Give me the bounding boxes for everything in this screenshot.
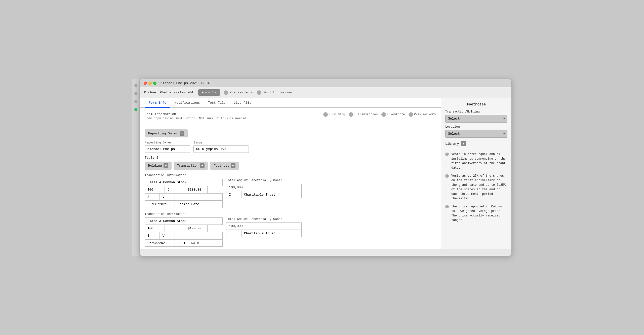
dropdown-arrow-icon: ▼	[215, 91, 217, 94]
transaction-holding-select-wrapper: Select	[445, 115, 507, 123]
transaction-icon	[349, 112, 353, 117]
issuer-field-group: Issuer	[193, 141, 249, 153]
tx2-stock-row: Class A Common Stock	[145, 217, 223, 225]
location-select-wrapper: Select	[445, 130, 507, 138]
tx1-type-cell: V	[160, 193, 175, 201]
footnotes-title: Footnotes	[445, 102, 507, 106]
side-dot-1	[134, 84, 137, 87]
tx1-code-cell: D	[165, 186, 185, 193]
footnote-text-3: The price reported in Column 4 is a weig…	[451, 204, 507, 222]
side-dot-4	[134, 108, 137, 111]
transaction-1-grid: Class A Common Stock 100 D $100.00 S V	[145, 179, 436, 208]
tx1-date-type-cell: Deemed Date	[175, 201, 223, 208]
total-1-label: Total Amount Beneficially Owned	[226, 179, 302, 182]
add-reporting-owner-button[interactable]: +	[180, 131, 184, 136]
total-2-label: Total Amount Beneficially Owned	[226, 217, 302, 221]
toolbar: Michael Phelps 2021-06-04 Form 4 ▼ Previ…	[140, 87, 511, 98]
transaction-1-title: Transaction Information	[145, 174, 436, 177]
transaction-1-right: Total Amount Beneficially Owned 100,000 …	[226, 179, 302, 208]
holding-icon	[323, 112, 328, 117]
total-2-amount-cell: 100,000	[226, 222, 302, 230]
reporting-owner-field-group: Reporting Owner	[145, 141, 190, 153]
right-panel: Footnotes Transaction/Holding Select Loc…	[441, 98, 511, 249]
transaction-2-title: Transaction Information	[145, 212, 436, 216]
add-holding-button[interactable]: + Holding	[323, 112, 345, 117]
reporting-owner-section-header[interactable]: Reporting Owner +	[145, 129, 188, 137]
form-info-title: Form Information	[145, 112, 248, 116]
send-for-review-button[interactable]: Send for Review	[257, 90, 292, 95]
add-footnote-button[interactable]: + Footnote	[381, 112, 405, 117]
add-transaction-table-button[interactable]: +	[200, 163, 205, 168]
tx1-details-row: 100 D $100.00	[145, 186, 223, 193]
preview-form-button[interactable]: Preview Form	[224, 90, 253, 95]
reporting-owner-input[interactable]	[145, 145, 190, 153]
transaction-button[interactable]: Transaction +	[174, 162, 208, 170]
tx1-price-cell: $100.00	[185, 186, 208, 193]
tx2-type-cell: V	[160, 232, 175, 239]
tx2-stock-cell: Class A Common Stock	[145, 217, 223, 225]
library-row: Library +	[445, 141, 507, 146]
tx1-action-cell: S	[145, 193, 160, 201]
tx1-shares-cell: 100	[145, 186, 165, 193]
preview-icon	[409, 112, 413, 117]
app-window: Michael Phelps 2021-06-04 Michael Phelps…	[139, 79, 512, 256]
footnote-icon	[381, 112, 386, 117]
tx1-date-row: 06/08/2021 Deemed Date	[145, 201, 223, 208]
preview-form-icon	[224, 90, 228, 95]
tab-form-info[interactable]: Form Info	[145, 98, 170, 108]
total-1-ownership-nature: Charitable Trust	[241, 191, 302, 198]
library-label: Library	[445, 142, 459, 146]
total-2-amount-row: 100,000	[226, 222, 302, 230]
tx2-date-type-cell: Deemed Date	[175, 239, 223, 247]
tx2-action-cell: S	[145, 232, 160, 239]
library-divider	[445, 149, 507, 149]
transaction-block-1: Transaction Information Class A Common S…	[145, 174, 436, 208]
tab-notifications[interactable]: Notifications	[170, 98, 204, 108]
issuer-label: Issuer	[193, 141, 249, 144]
main-layout: Form Info Notifications Test File Live F…	[140, 98, 511, 249]
preview-form-step-button[interactable]: Preview Form	[409, 112, 436, 117]
transaction-holding-select[interactable]: Select	[445, 115, 507, 123]
tx2-action-row: S V	[145, 232, 223, 239]
footnote-text-1: Vests in three equal annual installments…	[451, 152, 507, 170]
total-1-ownership-code: I	[226, 191, 241, 198]
issuer-input[interactable]	[193, 145, 249, 153]
footnote-button[interactable]: Footnote +	[210, 162, 239, 170]
form-type-dropdown[interactable]: Form 4 ▼	[198, 89, 220, 96]
holding-button[interactable]: Holding +	[145, 162, 172, 170]
maximize-button[interactable]	[153, 82, 156, 85]
location-select[interactable]: Select	[445, 130, 507, 138]
close-button[interactable]	[144, 82, 147, 85]
add-library-button[interactable]: +	[461, 141, 466, 146]
tx2-empty-cell	[175, 232, 223, 239]
tx1-action-row: S V	[145, 193, 223, 201]
footnote-item-3: The price reported in Column 4 is a weig…	[445, 204, 507, 222]
content-area: Form Information Body copy giving instru…	[140, 108, 441, 249]
location-label: Location	[445, 125, 507, 129]
transaction-2-grid: Class A Common Stock 100 D $100.00 S V	[145, 217, 436, 247]
tx1-empty-cell	[175, 193, 223, 201]
add-holding-table-button[interactable]: +	[164, 163, 168, 168]
add-transaction-button[interactable]: + Transaction	[349, 112, 378, 117]
toolbar-document-title: Michael Phelps 2021-06-04	[144, 91, 193, 94]
traffic-lights	[144, 82, 156, 85]
side-dot-2	[134, 92, 137, 95]
tx2-details-row: 100 D $100.00	[145, 225, 223, 232]
add-footnote-table-button[interactable]: +	[231, 163, 235, 168]
side-dots-column	[132, 79, 139, 256]
tab-live-file[interactable]: Live File	[230, 98, 255, 108]
transaction-2-right: Total Amount Beneficially Owned 100,000 …	[226, 217, 302, 247]
form-info-section: Form Information Body copy giving instru…	[145, 112, 248, 120]
tx2-date-row: 06/08/2021 Deemed Date	[145, 239, 223, 247]
total-1-ownership-row: I Charitable Trust	[226, 191, 302, 198]
side-dot-3	[134, 100, 137, 103]
tx2-shares-cell: 100	[145, 225, 165, 232]
footnote-bullet-2	[445, 174, 449, 178]
total-2-ownership-row: I Charitable Trust	[226, 230, 302, 237]
tx2-date-cell: 06/08/2021	[145, 239, 175, 247]
minimize-button[interactable]	[148, 82, 152, 85]
tx1-stock-cell: Class A Common Stock	[145, 179, 223, 186]
tab-test-file[interactable]: Test File	[204, 98, 230, 108]
title-bar: Michael Phelps 2021-06-04	[140, 79, 511, 87]
footnote-bullet-3	[445, 205, 449, 208]
